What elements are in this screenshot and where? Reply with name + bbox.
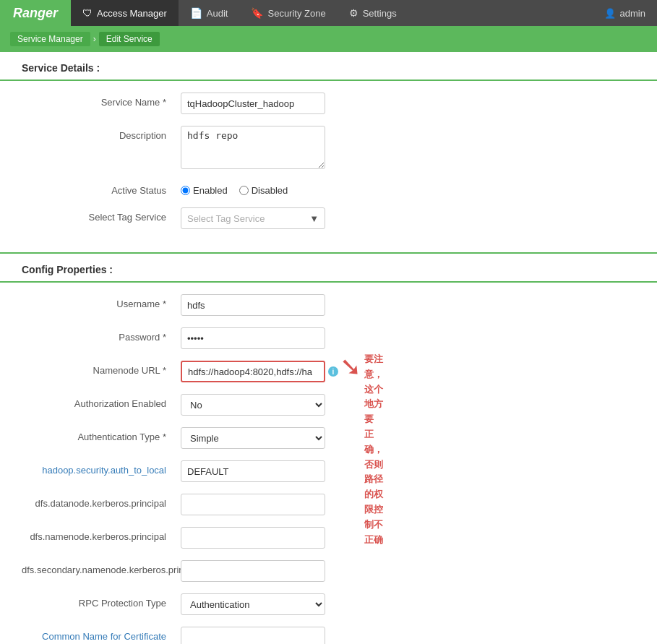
datanode-label: dfs.datanode.kerberos.principal (22, 494, 181, 509)
breadcrumb-separator: › (93, 34, 96, 44)
disabled-radio-label[interactable]: Disabled (239, 185, 288, 196)
secondary-namenode-label: dfs.secondary.namenode.kerberos.principa… (22, 560, 181, 575)
breadcrumb-service-manager-label: Service Manager (17, 34, 83, 44)
namenode-kerberos-label: dfs.namenode.kerberos.principal (22, 527, 181, 542)
common-name-row: Common Name for Certificate (22, 627, 635, 644)
nav-access-manager[interactable]: 🛡 Access Manager (71, 0, 179, 26)
shield-icon: 🛡 (82, 7, 93, 19)
authorization-row: Authorization Enabled No Yes (22, 394, 635, 416)
service-name-input[interactable] (181, 93, 325, 114)
admin-icon: 👤 (604, 8, 616, 19)
nav-audit[interactable]: 📄 Audit (179, 0, 240, 26)
username-label: Username * (22, 294, 181, 309)
top-navigation: Ranger 🛡 Access Manager 📄 Audit 🔖 Securi… (0, 0, 657, 26)
namenode-kerberos-row: dfs.namenode.kerberos.principal (22, 527, 635, 549)
rpc-row: RPC Protection Type Authentication Integ… (22, 593, 635, 615)
service-details-form: Service Name * Description hdfs repo Act… (0, 81, 657, 252)
breadcrumb: Service Manager › Edit Service (0, 26, 657, 52)
namenode-row: Namenode URL * i ➚ 要注意，这个地方要 正确，否则路径的权 限… (22, 361, 635, 382)
nav-items: 🛡 Access Manager 📄 Audit 🔖 Security Zone… (71, 0, 593, 26)
nav-settings[interactable]: ⚙ Settings (338, 0, 408, 26)
select-tag-label: Select Tag Service (22, 207, 181, 223)
namenode-kerberos-input[interactable] (181, 527, 325, 549)
breadcrumb-edit-service-label: Edit Service (106, 34, 153, 44)
username-input[interactable] (181, 294, 325, 316)
auth-type-row: Authentication Type * Simple Kerberos (22, 427, 635, 449)
config-properties-form: Username * Password * Namenode URL * i ➚… (0, 283, 657, 644)
disabled-radio[interactable] (239, 186, 249, 195)
audit-icon: 📄 (190, 7, 202, 19)
service-details-header: Service Details : (0, 52, 657, 81)
enabled-radio[interactable] (181, 186, 190, 195)
select-tag-row: Select Tag Service Select Tag Service ▼ (22, 207, 635, 229)
password-row: Password * (22, 327, 635, 349)
annotation-text: 要注意，这个地方要 正确，否则路径的权 限控制不正确 (364, 352, 383, 547)
service-name-row: Service Name * (22, 93, 635, 114)
namenode-info-icon[interactable]: i (328, 366, 338, 377)
disabled-label: Disabled (252, 185, 288, 196)
enabled-radio-label[interactable]: Enabled (181, 185, 228, 196)
datanode-input[interactable] (181, 494, 325, 515)
annotation-arrow-icon: ➚ (340, 355, 361, 381)
tag-service-arrow-icon: ▼ (309, 213, 319, 224)
username-row: Username * (22, 294, 635, 316)
tag-service-dropdown[interactable]: Select Tag Service ▼ (181, 207, 325, 229)
nav-security-zone[interactable]: 🔖 Security Zone (239, 0, 337, 26)
password-input[interactable] (181, 327, 325, 349)
auth-type-select[interactable]: Simple Kerberos (181, 427, 325, 449)
authorization-select[interactable]: No Yes (181, 394, 325, 416)
description-label: Description (22, 126, 181, 141)
auth-type-label: Authentication Type * (22, 427, 181, 442)
secondary-namenode-row: dfs.secondary.namenode.kerberos.principa… (22, 560, 635, 582)
password-label: Password * (22, 327, 181, 343)
secondary-namenode-input[interactable] (181, 560, 325, 582)
namenode-input[interactable] (181, 361, 325, 382)
admin-label: admin (620, 8, 645, 19)
breadcrumb-service-manager[interactable]: Service Manager (10, 32, 90, 46)
nav-security-label: Security Zone (267, 8, 325, 19)
breadcrumb-edit-service[interactable]: Edit Service (99, 32, 160, 46)
active-status-row: Active Status Enabled Disabled (22, 181, 635, 196)
config-properties-section: Config Properties : Username * Password … (0, 252, 657, 644)
admin-menu[interactable]: 👤 admin (593, 0, 657, 26)
config-properties-header: Config Properties : (0, 254, 657, 283)
authorization-label: Authorization Enabled (22, 394, 181, 409)
tag-service-placeholder: Select Tag Service (187, 213, 265, 224)
active-status-label: Active Status (22, 181, 181, 196)
description-input[interactable]: hdfs repo (181, 126, 325, 169)
namenode-label: Namenode URL * (22, 361, 181, 376)
nav-settings-label: Settings (363, 8, 397, 19)
common-name-label: Common Name for Certificate (22, 627, 181, 642)
datanode-row: dfs.datanode.kerberos.principal (22, 494, 635, 515)
hadoop-auth-input[interactable] (181, 460, 325, 482)
main-content: Service Details : Service Name * Descrip… (0, 52, 657, 644)
nav-access-manager-label: Access Manager (97, 8, 167, 19)
rpc-label: RPC Protection Type (22, 593, 181, 609)
description-row: Description hdfs repo (22, 126, 635, 169)
hadoop-auth-row: hadoop.security.auth_to_local (22, 460, 635, 482)
active-status-radios: Enabled Disabled (181, 181, 288, 196)
security-icon: 🔖 (251, 7, 263, 19)
nav-audit-label: Audit (207, 8, 228, 19)
common-name-input[interactable] (181, 627, 325, 644)
ranger-logo[interactable]: Ranger (0, 0, 71, 26)
rpc-select[interactable]: Authentication Integrity Privacy (181, 593, 325, 615)
annotation: ➚ 要注意，这个地方要 正确，否则路径的权 限控制不正确 (340, 352, 383, 547)
service-name-label: Service Name * (22, 93, 181, 108)
enabled-label: Enabled (193, 185, 228, 196)
settings-icon: ⚙ (349, 7, 358, 19)
hadoop-auth-label: hadoop.security.auth_to_local (22, 460, 181, 476)
